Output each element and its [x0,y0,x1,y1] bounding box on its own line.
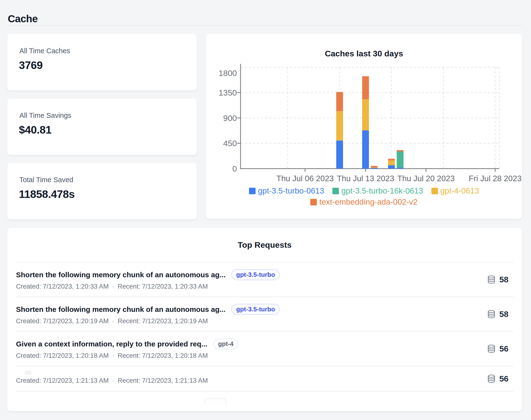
svg-text:1800: 1800 [219,68,237,78]
svg-text:0: 0 [232,164,237,173]
request-title: Shorten the following memory chunk of an… [16,305,225,314]
stat-value: $40.81 [19,124,52,136]
partial-request-row [16,391,513,411]
model-badge: gpt-4 [213,338,238,349]
model-badge: gpt-3.5-turbo [231,304,280,315]
request-meta: Created: 7/12/2023, 1:20:19 AM·Recent: 7… [16,317,208,325]
created-timestamp: Created: 7/12/2023, 1:20:33 AM [16,283,109,290]
request-row[interactable]: Shorten the following memory chunk of an… [16,262,513,297]
bar-segment[interactable] [336,92,343,111]
recent-timestamp: Recent: 7/12/2023, 1:21:13 AM [118,377,208,384]
legend-label: gpt-3.5-turbo-0613 [258,186,324,195]
bar-segment[interactable] [371,166,378,168]
database-icon [487,374,496,383]
request-count: 56 [487,332,508,366]
request-title: Given a context information, reply to th… [16,340,207,348]
legend-swatch [249,188,256,194]
legend-item[interactable]: gpt-3.5-turbo-0613 [249,186,324,195]
caches-chart-card: 045090013501800Thu Jul 06 2023Thu Jul 13… [206,34,522,219]
request-meta: Created: 7/12/2023, 1:21:13 AM·Recent: 7… [16,377,208,384]
bar-segment[interactable] [362,130,369,169]
page-title: Cache [8,13,38,25]
bar-segment[interactable] [397,150,403,151]
bar-segment[interactable] [336,111,343,141]
request-title: Shorten the following memory chunk of an… [16,271,225,279]
database-icon [487,309,496,319]
top-requests-list: Shorten the following memory chunk of an… [7,262,522,391]
request-row[interactable]: Created: 7/12/2023, 1:21:13 AM·Recent: 7… [16,366,513,391]
bar-segment[interactable] [371,168,378,169]
bar-segment[interactable] [336,141,343,169]
svg-text:Thu Jul 13 2023: Thu Jul 13 2023 [337,174,394,183]
database-icon [487,275,496,284]
bar-segment[interactable] [388,165,395,169]
legend-item[interactable]: gpt-3.5-turbo-16k-0613 [332,186,423,195]
partial-model-badge [204,398,226,404]
request-meta: Created: 7/12/2023, 1:20:18 AM·Recent: 7… [16,352,208,360]
request-count: 58 [487,263,508,297]
legend-swatch [332,188,339,194]
header-divider [7,25,522,26]
created-timestamp: Created: 7/12/2023, 1:20:18 AM [16,352,109,359]
meta-separator: · [112,352,114,359]
bar-segment[interactable] [388,159,395,160]
legend-swatch [432,188,438,194]
stat-label: All Time Caches [19,47,70,55]
chart-legend: gpt-3.5-turbo-0613gpt-3.5-turbo-16k-0613… [206,186,522,207]
stat-value: 3769 [19,59,43,72]
legend-swatch [310,199,317,205]
count-value: 56 [499,344,508,353]
legend-label: gpt-4-0613 [440,186,479,195]
recent-timestamp: Recent: 7/12/2023, 1:20:18 AM [118,352,208,359]
created-timestamp: Created: 7/12/2023, 1:20:19 AM [16,317,109,325]
meta-separator: · [112,317,114,325]
bar-segment[interactable] [362,99,369,130]
top-requests-title: Top Requests [7,228,522,262]
request-count: 58 [487,297,508,331]
svg-text:Thu Jul 06 2023: Thu Jul 06 2023 [276,174,334,183]
legend-label: gpt-3.5-turbo-16k-0613 [341,186,423,195]
legend-item[interactable]: text-embedding-ada-002-v2 [310,197,417,207]
bar-segment[interactable] [397,167,403,169]
empty-model-badge [25,370,32,375]
svg-text:Thu Jul 20 2023: Thu Jul 20 2023 [397,174,455,183]
count-value: 56 [499,374,508,383]
recent-timestamp: Recent: 7/12/2023, 1:20:19 AM [118,317,208,325]
stat-label: All Time Savings [19,112,71,120]
request-row[interactable]: Given a context information, reply to th… [16,331,513,366]
svg-text:450: 450 [223,139,237,148]
stat-card-total-time-saved: Total Time Saved 11858.478s [7,163,197,219]
stat-card-all-time-caches: All Time Caches 3769 [7,34,197,90]
stat-label: Total Time Saved [19,176,73,184]
database-icon [487,344,496,353]
request-meta: Created: 7/12/2023, 1:20:33 AM·Recent: 7… [16,283,208,290]
svg-text:900: 900 [223,113,237,123]
recent-timestamp: Recent: 7/12/2023, 1:20:33 AM [118,283,208,290]
bar-segment[interactable] [371,167,378,168]
legend-label: text-embedding-ada-002-v2 [319,197,417,207]
count-value: 58 [499,309,508,319]
svg-text:1350: 1350 [219,88,237,97]
bar-segment[interactable] [362,76,369,99]
bar-segment[interactable] [397,151,403,167]
legend-item[interactable]: gpt-4-0613 [432,186,479,195]
model-badge: gpt-3.5-turbo [231,269,280,280]
request-row[interactable]: Shorten the following memory chunk of an… [16,297,513,331]
meta-separator: · [112,377,114,384]
count-value: 58 [499,275,508,284]
bar-segment[interactable] [388,160,395,165]
stat-value: 11858.478s [19,188,75,201]
top-requests-card: Top Requests Shorten the following memor… [7,228,522,411]
request-count: 56 [487,366,508,391]
stat-card-all-time-savings: All Time Savings $40.81 [7,98,197,155]
chart-title: Caches last 30 days [206,49,522,58]
svg-text:Fri Jul 28 2023: Fri Jul 28 2023 [469,174,522,183]
created-timestamp: Created: 7/12/2023, 1:21:13 AM [16,377,109,384]
meta-separator: · [112,283,114,290]
